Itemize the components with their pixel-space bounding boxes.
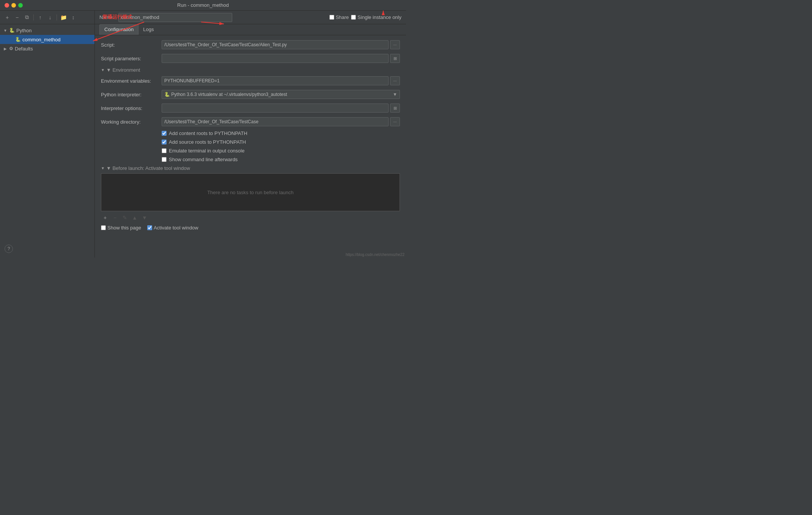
move-down-button[interactable]: ↓: [46, 13, 54, 22]
before-launch-header[interactable]: ▼ ▼ Before launch: Activate tool window: [101, 165, 400, 171]
single-instance-wrap[interactable]: Single instance only: [351, 14, 401, 20]
add-content-roots-label: Add content roots to PYTHONPATH: [169, 130, 247, 136]
script-params-row: Script parameters: ⊞: [101, 53, 400, 63]
tab-logs-label: Logs: [143, 27, 154, 32]
add-config-button[interactable]: +: [3, 13, 11, 22]
interpreter-options-label: Interpreter options:: [101, 105, 162, 111]
interpreter-options-input-wrap: ⊞: [162, 104, 400, 113]
interpreter-value: 🐍 Python 3.6.3 virtualenv at ~/.virtuale…: [164, 92, 287, 97]
before-launch-add-button[interactable]: +: [101, 214, 109, 222]
script-browse-button[interactable]: ···: [390, 40, 400, 49]
interpreter-options-input[interactable]: [162, 104, 389, 113]
before-launch-up-button[interactable]: ▲: [131, 214, 139, 222]
activate-tool-label: Activate tool window: [154, 225, 198, 231]
show-command-line-label: Show command line afterwards: [169, 157, 238, 162]
script-params-label: Script parameters:: [101, 56, 162, 61]
script-input[interactable]: [162, 40, 389, 49]
tree-item-python[interactable]: ▼ 🐍 Python: [0, 26, 94, 35]
script-params-input[interactable]: [162, 54, 389, 63]
left-panel: + − ⧉ ↑ ↓ 📁 ↕ ▼ 🐍 Python 🐍 co: [0, 11, 95, 258]
config-area: Script: ··· Script parameters: ⊞: [95, 35, 406, 258]
environment-section-header[interactable]: ▼ ▼ Environment: [101, 67, 400, 73]
bottom-checkboxes: Show this page Activate tool window: [101, 225, 400, 231]
share-area: Share Single instance only: [329, 14, 401, 20]
close-button[interactable]: [5, 3, 9, 8]
checkbox-row-0[interactable]: Add content roots to PYTHONPATH: [101, 130, 400, 136]
checkbox-row-1[interactable]: Add source roots to PYTHONPATH: [101, 139, 400, 145]
interpreter-options-row: Interpreter options: ⊞: [101, 103, 400, 113]
add-source-roots-label: Add source roots to PYTHONPATH: [169, 139, 246, 145]
tree-item-defaults[interactable]: ▶ ⚙ Defaults: [0, 44, 94, 53]
tree-label-common-method: common_method: [22, 37, 60, 42]
python-folder-icon: 🐍: [9, 28, 15, 33]
working-dir-browse-button[interactable]: ···: [390, 117, 400, 126]
checkbox-row-3[interactable]: Show command line afterwards: [101, 157, 400, 162]
show-command-line-checkbox[interactable]: [162, 157, 167, 162]
before-launch-box: There are no tasks to run before launch: [101, 173, 400, 211]
before-launch-down-button[interactable]: ▼: [140, 214, 149, 222]
before-launch-edit-button[interactable]: ✎: [121, 214, 129, 222]
expand-arrow-defaults: ▶: [3, 47, 8, 51]
top-bar: Name: Share Single instance only: [95, 11, 406, 24]
working-dir-input-wrap: ···: [162, 117, 400, 126]
tree-item-common-method[interactable]: 🐍 common_method: [0, 35, 94, 44]
window-controls[interactable]: [5, 3, 23, 8]
move-up-button[interactable]: ↑: [36, 13, 44, 22]
env-vars-row: Environment variables: ···: [101, 76, 400, 86]
copy-config-button[interactable]: ⧉: [23, 13, 31, 22]
env-vars-input-wrap: ···: [162, 76, 400, 85]
script-label: Script:: [101, 42, 162, 48]
before-launch-remove-button[interactable]: −: [111, 214, 119, 222]
activate-tool-checkbox[interactable]: [147, 225, 152, 230]
add-content-roots-checkbox[interactable]: [162, 131, 167, 136]
environment-label: ▼ Environment: [106, 67, 140, 73]
right-panel: Name: Share Single instance only Confi: [95, 11, 406, 258]
tree-label-python: Python: [16, 28, 31, 33]
tab-configuration[interactable]: Configuration: [99, 24, 138, 35]
env-vars-browse-button[interactable]: ···: [390, 76, 400, 85]
working-dir-label: Working directory:: [101, 119, 162, 125]
script-params-browse-button[interactable]: ⊞: [390, 54, 400, 63]
emulate-terminal-label: Emulate terminal in output console: [169, 148, 244, 154]
before-launch-section: ▼ ▼ Before launch: Activate tool window …: [101, 165, 400, 231]
window-title: Run - common_method: [177, 2, 229, 8]
python-run-icon: 🐍: [15, 37, 21, 42]
share-checkbox-wrap[interactable]: Share: [329, 14, 349, 20]
help-button[interactable]: ?: [5, 245, 13, 253]
checkbox-row-2[interactable]: Emulate terminal in output console: [101, 148, 400, 154]
tree-label-defaults: Defaults: [15, 46, 33, 52]
show-page-checkbox[interactable]: [101, 225, 106, 230]
single-instance-checkbox[interactable]: [351, 15, 356, 20]
activate-tool-wrap[interactable]: Activate tool window: [147, 225, 198, 231]
sort-button[interactable]: ↕: [69, 13, 77, 22]
watermark: https://blog.csdn.net/chenmozhe22: [346, 253, 404, 257]
folder-button[interactable]: 📁: [59, 13, 68, 22]
before-launch-empty-text: There are no tasks to run before launch: [207, 190, 294, 195]
share-checkbox[interactable]: [329, 15, 334, 20]
working-dir-input[interactable]: [162, 117, 389, 126]
tab-bar: Configuration Logs: [95, 24, 406, 35]
remove-config-button[interactable]: −: [13, 13, 21, 22]
config-tree: ▼ 🐍 Python 🐍 common_method ▶ ⚙ Defaults: [0, 24, 94, 258]
add-source-roots-checkbox[interactable]: [162, 140, 167, 144]
interpreter-select[interactable]: 🐍 Python 3.6.3 virtualenv at ~/.virtuale…: [162, 90, 400, 99]
script-row: Script: ···: [101, 40, 400, 50]
tab-configuration-label: Configuration: [104, 27, 134, 32]
env-vars-input[interactable]: [162, 76, 389, 85]
interpreter-label: Python interpreter:: [101, 92, 162, 97]
interpreter-input-wrap: 🐍 Python 3.6.3 virtualenv at ~/.virtuale…: [162, 90, 400, 99]
script-params-input-wrap: ⊞: [162, 54, 400, 63]
tab-logs[interactable]: Logs: [138, 24, 158, 35]
name-input[interactable]: [118, 13, 232, 22]
show-page-label: Show this page: [107, 225, 141, 231]
expand-arrow-python: ▼: [3, 28, 8, 33]
environment-arrow-icon: ▼: [101, 68, 105, 72]
show-page-wrap[interactable]: Show this page: [101, 225, 141, 231]
share-label: Share: [336, 14, 349, 20]
interpreter-options-browse-button[interactable]: ⊞: [390, 104, 400, 113]
minimize-button[interactable]: [11, 3, 16, 8]
maximize-button[interactable]: [18, 3, 23, 8]
name-label: Name:: [99, 14, 114, 20]
emulate-terminal-checkbox[interactable]: [162, 148, 167, 153]
before-launch-label: ▼ Before launch: Activate tool window: [106, 165, 190, 171]
